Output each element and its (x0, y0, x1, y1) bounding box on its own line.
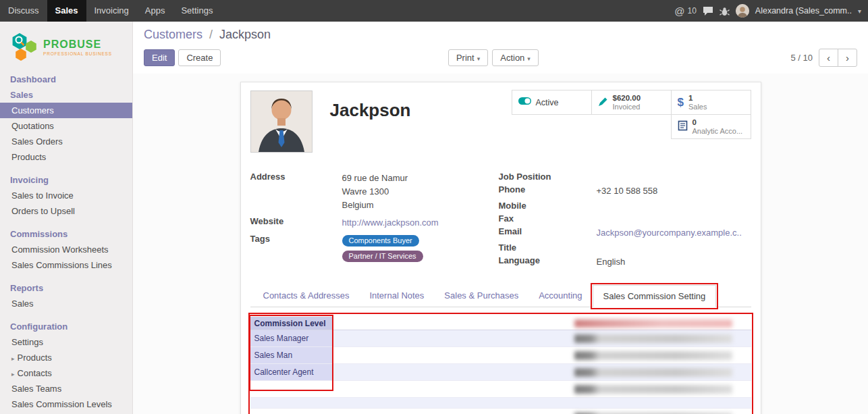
sales-stat-button[interactable]: $ 1 Sales (671, 90, 751, 115)
table-row-empty[interactable] (250, 381, 751, 398)
sidebar-item-quotations[interactable]: Quotations (0, 118, 132, 134)
active-stat-button[interactable]: Active (512, 90, 592, 115)
sidebar-item-commission-worksheets[interactable]: Commission Worksheets (0, 242, 132, 257)
table-row-empty[interactable] (250, 398, 751, 409)
tab-sales-purchases[interactable]: Sales & Purchases (434, 285, 528, 307)
caret-down-icon: ▾ (477, 55, 481, 62)
column-header-commission-level[interactable]: Commission Level (250, 317, 332, 330)
redacted-cell (574, 385, 732, 394)
redacted-cell (574, 368, 732, 377)
sidebar-section-reports[interactable]: Reports (0, 280, 132, 296)
print-dropdown[interactable]: Print▾ (448, 49, 488, 66)
notebook-tabs: Contacts & Addresses Internal Notes Sale… (250, 285, 751, 307)
user-avatar[interactable] (736, 4, 749, 18)
table-row[interactable]: Callcenter Agent (250, 364, 751, 381)
user-menu[interactable]: Alexandra (Sales_comm.. (755, 6, 852, 16)
stat-label: Analytic Acco... (693, 127, 743, 136)
toggle-icon (518, 97, 531, 107)
redacted-cell (574, 334, 732, 343)
table-header-row: Commission Level (250, 317, 751, 330)
table-row-empty[interactable] (250, 409, 751, 414)
commission-table: Commission Level Sales Manager Sales Man… (250, 317, 751, 414)
stat-label: Sales (688, 103, 707, 111)
tab-contacts-addresses[interactable]: Contacts & Addresses (253, 285, 360, 307)
sidebar-item-reports-sales[interactable]: Sales (0, 296, 132, 311)
cell-commission-level[interactable]: Callcenter Agent (250, 364, 332, 380)
table-row[interactable]: Sales Man (250, 347, 751, 364)
cell-commission-level[interactable]: Sales Man (250, 347, 332, 363)
topbar-systray: @ 10 Alexandra (Sales_comm.. ▾ (674, 0, 868, 22)
address-line: Wavre 1300 (342, 185, 408, 199)
address-line: 69 rue de Namur (342, 172, 408, 185)
table-row[interactable]: Sales Manager (250, 330, 751, 347)
print-label: Print (456, 53, 474, 63)
menu-apps[interactable]: Apps (137, 0, 173, 22)
sidebar-item-sales-teams[interactable]: Sales Teams (0, 381, 132, 396)
action-label: Action (500, 53, 524, 63)
tab-internal-notes[interactable]: Internal Notes (359, 285, 434, 307)
sidebar-item-label: Products (18, 353, 52, 363)
sidebar-item-settings[interactable]: Settings (0, 334, 132, 350)
sidebar-item-sales-to-invoice[interactable]: Sales to Invoice (0, 188, 132, 203)
tag-components-buyer[interactable]: Components Buyer (342, 235, 419, 247)
control-panel: Customers / Jackpson Edit Create Print▾ … (133, 22, 868, 74)
record-title: Jackpson (330, 100, 411, 121)
tab-sales-commission-setting[interactable]: Sales Commission Setting (593, 285, 717, 307)
address-value[interactable]: 69 rue de Namur Wavre 1300 Belgium (342, 172, 408, 212)
tab-accounting[interactable]: Accounting (528, 285, 592, 307)
redacted-cell (574, 351, 732, 360)
phone-value[interactable]: +32 10 588 558 (597, 184, 658, 198)
pager-next-button[interactable]: › (838, 49, 857, 67)
sidebar-item-sales-orders[interactable]: Sales Orders (0, 134, 132, 149)
menu-settings[interactable]: Settings (173, 0, 221, 22)
action-dropdown[interactable]: Action▾ (492, 49, 539, 66)
app-logo[interactable]: PROBUSE PROFESSIONAL BUSINESS (0, 22, 132, 72)
sidebar-item-label: Contacts (18, 368, 52, 378)
invoiced-stat-button[interactable]: $620.00 Invoiced (591, 90, 672, 115)
stat-button-box: Active $620.00 Invoiced $ (512, 90, 751, 139)
website-label: Website (250, 216, 342, 230)
tag-partner-it-services[interactable]: Partner / IT Services (342, 251, 423, 262)
sidebar-section-commissions[interactable]: Commissions (0, 226, 132, 242)
website-link[interactable]: http://www.jackpson.com (342, 217, 439, 228)
probuse-logo-icon (11, 32, 38, 62)
menu-invoicing[interactable]: Invoicing (86, 0, 137, 22)
sidebar-item-sales-commission-levels[interactable]: Sales Commission Levels (0, 396, 132, 412)
mention-icon[interactable]: @ (674, 5, 684, 17)
fax-label: Fax (499, 213, 597, 224)
language-value[interactable]: English (597, 255, 626, 269)
breadcrumb-parent[interactable]: Customers (144, 28, 202, 41)
sidebar: PROBUSE PROFESSIONAL BUSINESS Dashboard … (0, 22, 133, 414)
edit-button[interactable]: Edit (144, 49, 175, 66)
bug-icon[interactable] (720, 6, 730, 16)
create-button[interactable]: Create (178, 49, 221, 66)
sidebar-item-orders-to-upsell[interactable]: Orders to Upsell (0, 203, 132, 219)
sidebar-item-config-products[interactable]: ▸Products (0, 350, 132, 365)
sidebar-item-products[interactable]: Products (0, 149, 132, 165)
menu-sales[interactable]: Sales (47, 0, 86, 22)
sidebar-section-dashboard[interactable]: Dashboard (0, 72, 132, 87)
sidebar-section-sales[interactable]: Sales (0, 87, 132, 103)
email-link[interactable]: Jackpson@yourcompany.example.c.. (597, 228, 742, 238)
record-sheet: Jackpson Active (240, 82, 761, 414)
sidebar-section-invoicing[interactable]: Invoicing (0, 172, 132, 188)
cell-commission-level[interactable]: Sales Manager (250, 330, 332, 346)
sidebar-item-customers[interactable]: Customers (0, 103, 132, 118)
stat-value: 1 (688, 94, 707, 103)
chat-bubble-icon[interactable] (703, 6, 713, 16)
analytic-accounts-stat-button[interactable]: 0 Analytic Acco... (671, 114, 751, 139)
customer-photo[interactable] (250, 90, 313, 153)
sidebar-section-configuration[interactable]: Configuration (0, 319, 132, 334)
sidebar-nav: Dashboard Sales Customers Quotations Sal… (0, 72, 132, 412)
menu-discuss[interactable]: Discuss (0, 0, 47, 22)
pencil-icon (598, 97, 608, 109)
pager-value: 5 / 10 (790, 53, 813, 63)
form-view-area: Jackpson Active (133, 74, 868, 414)
topbar: Discuss Sales Invoicing Apps Settings @ … (0, 0, 868, 22)
sidebar-item-config-contacts[interactable]: ▸Contacts (0, 365, 132, 381)
main-content: Customers / Jackpson Edit Create Print▾ … (133, 22, 868, 414)
sidebar-item-sales-commissions-lines[interactable]: Sales Commissions Lines (0, 257, 132, 273)
address-label: Address (250, 172, 342, 212)
stat-label: Invoiced (613, 103, 641, 111)
pager-previous-button[interactable]: ‹ (819, 49, 838, 67)
